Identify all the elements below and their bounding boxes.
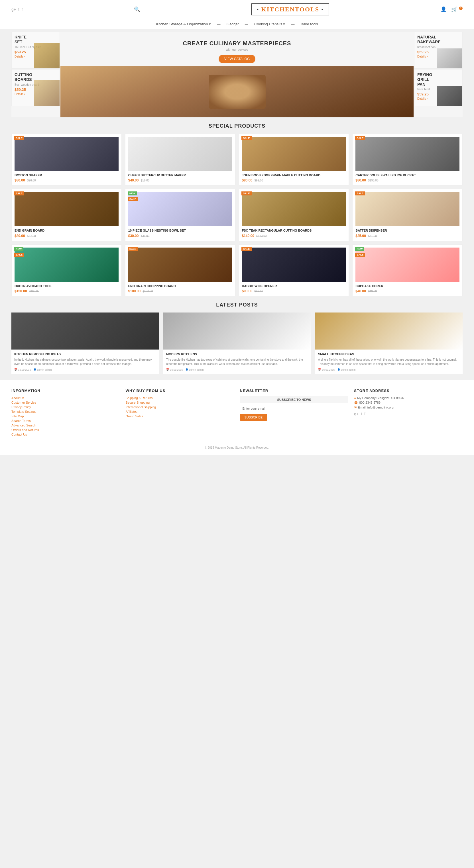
product-pricing: $80.00 $87.00 (14, 234, 119, 238)
footer: INFORMATION About UsCustomer ServicePriv… (0, 380, 474, 455)
post-text: A single-file kitchen has all of these a… (318, 358, 460, 366)
search-icon[interactable]: 🔍 (134, 6, 140, 12)
nav-kitchen-storage[interactable]: Kitchen Storage & Organization ▾ (156, 22, 211, 26)
twitter-icon[interactable]: t (18, 7, 19, 12)
footer-why-link[interactable]: Group Sales (126, 414, 234, 418)
footer-why-link[interactable]: Shipping & Returns (126, 396, 234, 400)
store-email: ✉Email: info@demolink.org (354, 406, 463, 409)
product-badge: SALE (14, 191, 24, 195)
product-card: SALE BOSTON SHAKER $80.00 $96.00 (11, 134, 122, 185)
store-twitter-icon[interactable]: t (361, 412, 362, 416)
product-badge: NEW (128, 191, 137, 195)
frying-title: FRYINGGRILLPAN (417, 72, 460, 87)
post-author: 👤 admin admin (33, 368, 52, 371)
post-title[interactable]: MODERN KITCHENS (166, 352, 308, 356)
post-meta: 📅 16.09.2015 👤 admin admin (318, 368, 460, 371)
product-image (128, 248, 232, 282)
post-image (163, 312, 311, 349)
product-old-price: $160.00 (29, 290, 39, 293)
footer-info-link[interactable]: Site Map (11, 414, 120, 418)
footer-info-link[interactable]: Template Settings (11, 410, 120, 413)
product-price: $25.00 (355, 234, 366, 238)
footer-store-title: STORE ADDRESS (354, 389, 463, 393)
hero-center-content: CREATE CULINARY MASTERPIECES with our de… (183, 40, 291, 63)
hero-subtitle: with our devices (183, 48, 291, 51)
newsletter-email-input[interactable] (240, 405, 349, 412)
post-date: 📅 16.09.2015 (318, 368, 335, 371)
product-price: $30.00 (128, 234, 139, 238)
product-badge: SALE (241, 136, 252, 140)
product-badge-2: SALE (355, 253, 365, 257)
post-title[interactable]: SMALL KITCHEN IDEAS (318, 352, 460, 356)
post-author: 👤 admin admin (337, 368, 356, 371)
product-badge-2: SALE (128, 197, 138, 201)
logo-text: KITCHENTOOLS (261, 6, 319, 13)
nav-bake-tools[interactable]: Bake tools (301, 22, 318, 26)
main-navigation: Kitchen Storage & Organization ▾ — Gadge… (0, 19, 474, 29)
product-card: SALE JOHN BOOS EDGE GRAIN MAPLE CUTTING … (239, 134, 349, 185)
store-google-icon[interactable]: g+ (354, 412, 359, 416)
footer-why-link[interactable]: Secure Shopping (126, 401, 234, 404)
post-title[interactable]: KITCHEN REMODELING IDEAS (14, 352, 156, 356)
footer-info-link[interactable]: Contact Us (11, 433, 120, 436)
product-image (242, 137, 346, 171)
product-price: $140.00 (242, 234, 254, 238)
product-badge: SALE (128, 247, 138, 251)
footer-info-link[interactable]: Search Terms (11, 419, 120, 423)
product-price: $80.00 (14, 178, 25, 182)
product-pricing: $140.00 $113.00 (242, 234, 346, 238)
product-price: $80.00 (14, 234, 25, 238)
footer-why-link[interactable]: Affiliates (126, 410, 234, 413)
footer-store-address: STORE ADDRESS ●My Company Glasgow D04 89… (354, 389, 463, 437)
footer-info-link[interactable]: Advanced Search (11, 424, 120, 427)
store-phone: ☎800-2345-6789 (354, 401, 463, 404)
cart-count: 1 (459, 6, 463, 10)
site-logo[interactable]: · KITCHENTOOLS · (251, 3, 329, 16)
google-plus-icon[interactable]: g+ (11, 7, 16, 12)
footer-info-links: About UsCustomer ServicePrivacy PolicyTe… (11, 396, 120, 436)
footer-columns: INFORMATION About UsCustomer ServicePriv… (11, 389, 463, 437)
facebook-icon[interactable]: f (22, 7, 23, 12)
product-old-price: $87.00 (27, 235, 36, 238)
product-image (355, 137, 460, 171)
store-address: ●My Company Glasgow D04 89GR (354, 396, 463, 400)
product-card: SALE FSC TEAK RECTANGULAR CUTTING BOARDS… (239, 189, 349, 241)
footer-info-link[interactable]: Privacy Policy (11, 405, 120, 409)
product-pricing: $150.00 $160.00 (14, 289, 119, 293)
product-card: SALE CARTER DOUBLEWALLED ICE BUCKET $80.… (352, 134, 463, 185)
footer-info-link[interactable]: Customer Service (11, 401, 120, 404)
view-catalog-button[interactable]: VIEW CATALOG (218, 55, 256, 63)
product-price: $100.00 (128, 289, 141, 293)
footer-information: INFORMATION About UsCustomer ServicePriv… (11, 389, 120, 437)
footer-why-link[interactable]: International Shipping (126, 405, 234, 409)
footer-info-link[interactable]: Orders and Returns (11, 428, 120, 432)
product-old-price: $130.00 (143, 290, 153, 293)
product-card: CHEF'N BUTTERCUP BUTTER MAKER $40.00 $18… (125, 134, 235, 185)
nav-gadget[interactable]: Gadget (227, 22, 239, 26)
post-meta: 📅 16.09.2015 👤 admin admin (166, 368, 308, 371)
cart-icon[interactable]: 🛒 1 (451, 6, 463, 12)
product-name: END GRAIN CHOPPING BOARD (128, 284, 232, 288)
newsletter-subscribe-button[interactable]: SUBSCRIBE (240, 414, 267, 421)
bakeware-title: NATURALBAKEWARE (417, 35, 460, 44)
latest-posts-section: LATEST POSTS KITCHEN REMODELING IDEAS In… (11, 302, 463, 374)
hero-center: CREATE CULINARY MASTERPIECES with our de… (60, 32, 414, 117)
product-image (14, 192, 119, 226)
post-date: 📅 16.09.2015 (14, 368, 31, 371)
nav-cooking-utensils[interactable]: Cooking Utensils ▾ (254, 22, 285, 26)
hero-left: KNIFESET 16 Piece Cutlery Set $59.25 Det… (11, 32, 60, 117)
product-card: SALE END GRAIN CHOPPING BOARD $100.00 $1… (125, 244, 235, 296)
product-badge: SALE (355, 136, 365, 140)
product-image (128, 192, 232, 226)
footer-info-link[interactable]: About Us (11, 396, 120, 400)
product-image (128, 137, 232, 171)
product-badge: SALE (241, 247, 252, 251)
user-icon[interactable]: 👤 (440, 6, 447, 12)
product-name: BATTER DISPENSER (355, 228, 460, 232)
product-card: NEW SALE CUPCAKE CORER $40.00 $49.00 (352, 244, 463, 296)
product-pricing: $100.00 $130.00 (128, 289, 232, 293)
product-price: $40.00 (355, 289, 366, 293)
footer-newsletter-title: NEWSLETTER (240, 389, 349, 393)
post-author: 👤 admin admin (185, 368, 204, 371)
store-facebook-icon[interactable]: f (364, 412, 365, 416)
